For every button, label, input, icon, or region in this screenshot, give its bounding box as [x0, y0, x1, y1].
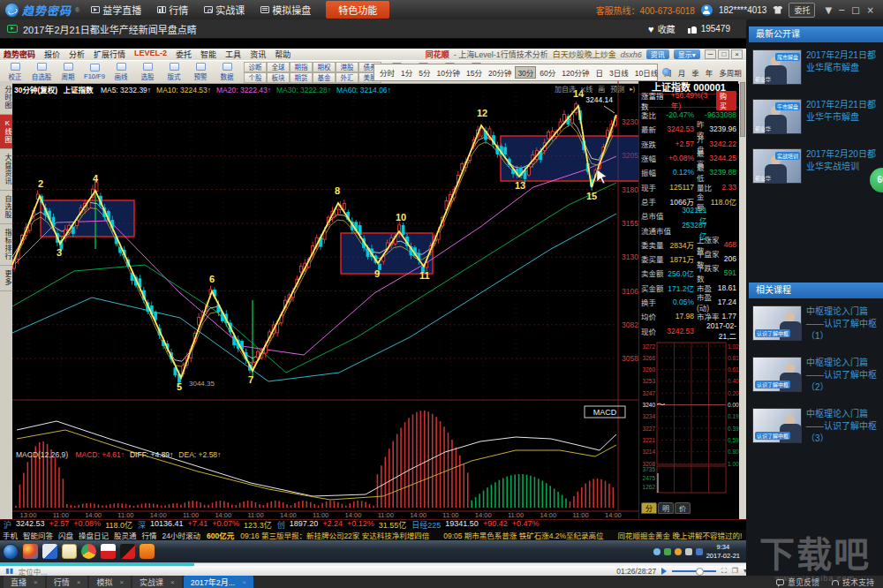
tab-close-icon[interactable]: × [77, 578, 81, 586]
notepad-icon[interactable] [62, 544, 77, 559]
nav-item[interactable]: 模拟操盘 [253, 0, 319, 19]
feedback-button[interactable]: 意见反馈 [776, 577, 819, 588]
ths-window-control[interactable]: × [731, 49, 743, 59]
ths-news-button[interactable]: 资讯 [646, 49, 669, 59]
window-control-button[interactable]: × [864, 5, 878, 15]
course-item[interactable]: 尾市解盘 都业华 2017年2月21日都业华尾市解盘 [746, 42, 883, 92]
course-item[interactable]: 认识了解中枢 中枢理论入门篇——认识了解中枢（3） [746, 401, 883, 452]
ths-toolbar-button[interactable]: 选股 [134, 62, 161, 83]
nav-item[interactable]: 益学直播 [83, 0, 149, 19]
period-button[interactable]: 月 [675, 66, 689, 79]
session-tab[interactable]: 直播 × [4, 576, 45, 588]
like-counter[interactable]: 195479 [688, 24, 730, 34]
nav-item[interactable]: 实战课 [196, 0, 253, 19]
volume-icon[interactable] [661, 568, 667, 575]
window-control-button[interactable]: □ [848, 5, 863, 15]
ths-menu-item[interactable]: 报价 [40, 49, 64, 60]
start-button-icon[interactable] [3, 544, 19, 560]
ths-menu-item[interactable]: 扩展行情 [89, 49, 130, 60]
ths-menu-item[interactable]: 分析 [64, 49, 89, 60]
ths-market-button[interactable]: 期权 [313, 62, 336, 72]
fullscreen-icon[interactable]: ⛶ [721, 567, 727, 576]
ticker-menu-item[interactable]: 智能问答 [23, 530, 53, 540]
tray-icon[interactable] [653, 548, 660, 555]
ths-toolbar-button[interactable]: 自选股 [28, 62, 55, 83]
ths-app-icon[interactable] [140, 544, 155, 559]
ths-left-tab[interactable]: K线图 [0, 115, 12, 149]
tab-close-icon[interactable]: × [242, 578, 246, 586]
ths-toolbar-button[interactable]: 数据 [214, 62, 240, 83]
chrome-icon[interactable] [81, 544, 96, 559]
tab-close-icon[interactable]: × [170, 578, 175, 586]
nav-item[interactable]: 行情 [149, 0, 196, 19]
ticker-news-item[interactable]: 同花顺掘金黄金 晚上讲解不容错过的! [618, 530, 743, 540]
session-tab[interactable]: 模拟 × [89, 576, 131, 588]
entrust-button[interactable]: 委托 [789, 3, 815, 18]
period-button[interactable]: 10分钟 [434, 66, 462, 79]
ths-left-tab[interactable]: 指标排行 [0, 224, 12, 266]
period-button[interactable]: 5分 [416, 66, 433, 79]
chart-tool-button[interactable]: 加自选 [555, 84, 576, 94]
session-tab[interactable]: 2017年2月... × [184, 576, 253, 588]
period-button[interactable]: 1分 [398, 66, 415, 79]
ths-toolbar-button[interactable]: 画线 [108, 62, 134, 83]
course-item[interactable]: 认识了解中枢 中枢理论入门篇——认识了解中枢（1） [746, 298, 883, 350]
chart-tool-button[interactable]: 预测 [610, 84, 624, 94]
period-button[interactable]: 分时 [377, 66, 397, 79]
ths-left-tab[interactable]: 自选股 [0, 191, 12, 224]
ths-menu-item[interactable]: LEVEL-2 [130, 49, 171, 60]
ths-window-control[interactable]: □ [718, 49, 729, 59]
ths-market-button[interactable]: 诊断 [244, 62, 267, 72]
ths-display-button[interactable]: 显示▾ [674, 49, 700, 59]
tray-icon[interactable] [685, 548, 692, 555]
tab-close-icon[interactable]: × [34, 578, 38, 586]
buy-button[interactable]: 购买 [716, 91, 736, 110]
period-button[interactable]: 多周期 [716, 66, 744, 79]
ticker-menu-item[interactable]: 闪盘 [58, 530, 73, 540]
period-button[interactable]: 10日线 [632, 66, 660, 79]
tray-icon[interactable] [664, 548, 671, 555]
ths-menu-item[interactable]: 委托 [171, 49, 196, 60]
ths-toolbar-button[interactable]: 版式 [161, 62, 187, 83]
browser-ball-icon[interactable] [23, 544, 38, 559]
pen-tool-icon[interactable] [42, 544, 57, 559]
ths-toolbar-button[interactable]: 预警 [187, 62, 214, 83]
ticker-news-item[interactable]: 09:05 期市黑色系普涨 铁矿石涨4.2%至纪录高位 [443, 530, 603, 540]
ths-toolbar-button[interactable]: 校正 [2, 62, 28, 83]
ths-market-button[interactable]: 港股 [336, 62, 358, 72]
ths-left-tab[interactable]: 大盘资讯 [0, 149, 12, 191]
course-item[interactable]: 认识了解中枢 中枢理论入门篇——认识了解中枢（2） [746, 350, 883, 401]
ths-menu-item[interactable]: 帮助 [270, 49, 295, 60]
course-item[interactable]: 实战培训 都业华 2017年2月20日都业华实战培训 [746, 141, 883, 191]
speaker-icon[interactable]: ▸) [630, 86, 635, 93]
course-item[interactable]: 午市解盘 都业华 2017年2月21日都业华午市解盘 [746, 92, 883, 141]
media-app-icon[interactable] [120, 544, 135, 559]
period-button[interactable]: 30分 [515, 66, 536, 79]
mini-chart-tab[interactable]: 分 [641, 502, 657, 514]
favorite-button[interactable]: ♥ 收藏 [648, 22, 675, 35]
period-button[interactable]: 15分 [464, 66, 485, 79]
ths-left-tab[interactable]: 更多 [0, 266, 12, 291]
ths-menu-item[interactable]: 工具 [221, 49, 245, 60]
tray-icon[interactable] [696, 548, 703, 555]
ths-toolbar-button[interactable]: 周期 [55, 62, 81, 83]
period-button[interactable]: 3日线 [607, 66, 631, 79]
period-button[interactable]: 20分钟 [486, 66, 514, 79]
period-button[interactable]: 60分 [537, 66, 558, 79]
session-tab[interactable]: 行情 × [47, 576, 88, 588]
popout-icon[interactable]: ❐ [732, 567, 738, 575]
window-control-button[interactable]: ▼ [821, 5, 835, 15]
session-tab[interactable]: 实战课 × [132, 576, 182, 588]
tray-icon[interactable] [675, 548, 682, 555]
window-control-button[interactable]: ─ [835, 5, 848, 15]
ths-menu-item[interactable]: 资讯 [245, 49, 270, 60]
ths-market-button[interactable]: 全球 [267, 62, 290, 72]
quote-scrollbar[interactable] [739, 81, 746, 519]
chart-tool-button[interactable]: K线 [581, 84, 592, 94]
poker-app-icon[interactable] [101, 544, 116, 559]
support-button[interactable]: 技术支持 [832, 577, 874, 588]
ths-market-button[interactable]: 期指 [290, 62, 313, 72]
pause-button-icon[interactable]: ▮▮ [5, 567, 13, 575]
ticker-menu-item[interactable]: 操盘日记 [79, 530, 109, 540]
volume-slider[interactable] [672, 570, 716, 572]
